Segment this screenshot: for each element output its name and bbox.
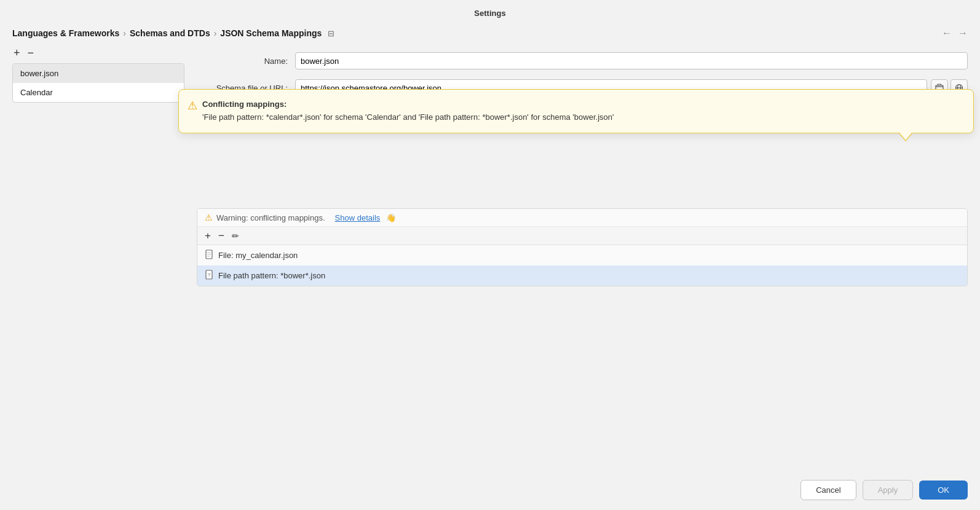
- mapping-item[interactable]: File: my_calendar.json: [197, 245, 967, 265]
- main-content: + − bower.json Calendar Name: Schema fil…: [0, 45, 980, 470]
- show-details-link[interactable]: Show details: [335, 213, 381, 222]
- bottom-bar: Cancel Apply OK: [0, 470, 980, 510]
- nav-arrows: ← →: [942, 28, 968, 39]
- mappings-section: ⚠ Warning: conflicting mappings. Show de…: [197, 208, 968, 286]
- remove-schema-button[interactable]: −: [26, 47, 36, 58]
- mapping-item-icon: [205, 249, 213, 261]
- add-schema-button[interactable]: +: [12, 47, 22, 58]
- mapping-item-icon: ?: [205, 270, 213, 281]
- title-text: Settings: [474, 9, 505, 18]
- name-field-row: Name:: [197, 52, 968, 69]
- breadcrumb-part3[interactable]: JSON Schema Mappings: [220, 28, 322, 38]
- name-input[interactable]: [295, 52, 968, 69]
- breadcrumb-part2[interactable]: Schemas and DTDs: [130, 28, 210, 38]
- ok-button[interactable]: OK: [919, 481, 968, 500]
- warning-balloon-title: Conflicting mappings:: [202, 98, 614, 111]
- breadcrumb-sep1: ›: [123, 28, 126, 38]
- mappings-toolbar: + − ✏: [197, 227, 967, 245]
- mapping-item[interactable]: ? File path pattern: *bower*.json: [197, 265, 967, 286]
- breadcrumb-part1[interactable]: Languages & Frameworks: [12, 28, 119, 38]
- breadcrumb-sep2: ›: [214, 28, 217, 38]
- back-arrow[interactable]: ←: [942, 28, 952, 39]
- forward-arrow[interactable]: →: [958, 28, 968, 39]
- add-mapping-button[interactable]: +: [204, 230, 212, 241]
- name-label: Name:: [197, 57, 295, 66]
- right-panel: Name: Schema file or URL:: [184, 45, 968, 470]
- warning-inline-row: ⚠ Warning: conflicting mappings. Show de…: [197, 209, 967, 227]
- list-toolbar: + −: [12, 45, 184, 63]
- svg-text:?: ?: [208, 272, 211, 278]
- schema-list-item[interactable]: bower.json: [13, 64, 184, 83]
- schema-list-item[interactable]: Calendar: [13, 83, 184, 102]
- apply-button[interactable]: Apply: [863, 480, 914, 500]
- cursor-hand-icon: 👋: [386, 213, 396, 222]
- warning-balloon-text: Conflicting mappings: 'File path pattern…: [202, 98, 614, 124]
- schema-list: bower.json Calendar: [12, 63, 184, 103]
- warning-balloon-body: 'File path pattern: *calendar*.json' for…: [202, 112, 614, 122]
- window-title: Settings: [0, 0, 980, 24]
- warning-balloon-icon: ⚠: [188, 99, 197, 112]
- mapping-item-label: File: my_calendar.json: [218, 251, 298, 260]
- warning-balloon: ⚠ Conflicting mappings: 'File path patte…: [178, 89, 974, 133]
- breadcrumb: Languages & Frameworks › Schemas and DTD…: [0, 24, 980, 45]
- mapping-list: File: my_calendar.json ? File path patte…: [197, 245, 967, 286]
- warning-inline-text: Warning: conflicting mappings.: [216, 213, 325, 222]
- collapse-icon[interactable]: ⊟: [328, 29, 334, 38]
- edit-mapping-button[interactable]: ✏: [231, 232, 240, 240]
- left-panel: + − bower.json Calendar: [12, 45, 184, 470]
- warning-title-row: ⚠ Conflicting mappings: 'File path patte…: [188, 98, 962, 124]
- warning-inline-icon: ⚠: [205, 213, 213, 222]
- cancel-button[interactable]: Cancel: [800, 480, 856, 500]
- mapping-item-label: File path pattern: *bower*.json: [218, 271, 325, 280]
- remove-mapping-button[interactable]: −: [217, 230, 226, 241]
